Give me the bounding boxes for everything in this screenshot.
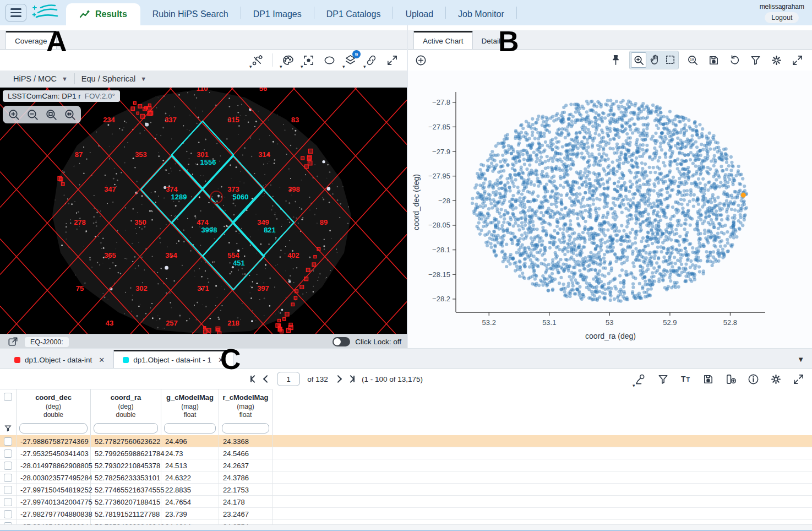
map-zoom-out-icon[interactable]: [25, 107, 40, 122]
tile-label-474: 474: [197, 218, 209, 226]
table-row[interactable]: -27.99740134200477552.7736020718841524.7…: [0, 496, 812, 508]
scatter-chart[interactable]: 53.253.15352.952.8−27.8−27.85−27.9−27.95…: [408, 71, 812, 349]
cell-r_cModelMag: 24.5466: [219, 447, 273, 459]
expand-icon[interactable]: [791, 372, 805, 386]
sky-coverage-map[interactable]: LSSTComCam: DP1 rFOV:2.0° 11056234337315…: [0, 88, 407, 334]
map-zoom-fit-icon[interactable]: [44, 107, 58, 122]
info-icon[interactable]: [746, 372, 760, 386]
row-checkbox[interactable]: [4, 474, 12, 482]
center-focus-icon[interactable]: ▾: [301, 53, 315, 67]
settings-icon[interactable]: [769, 53, 783, 67]
column-unit: (mag): [219, 403, 272, 411]
filter-input-coord_dec[interactable]: [19, 423, 88, 434]
row-checkbox[interactable]: [4, 498, 12, 506]
cell-g_cModelMag: 23.739: [161, 508, 219, 520]
filter-icon[interactable]: [748, 53, 762, 67]
next-page-button[interactable]: [335, 376, 341, 382]
chevron-down-icon: ▾: [301, 64, 303, 69]
nav-link-upload[interactable]: Upload: [393, 3, 445, 25]
nav-link-dp1-catalogs[interactable]: DP1 Catalogs: [314, 3, 393, 25]
row-checkbox[interactable]: [4, 510, 12, 518]
tile-label-110: 110: [197, 88, 208, 93]
expand-icon[interactable]: [790, 53, 804, 67]
map-zoom-fill-icon[interactable]: [63, 107, 77, 122]
restore-icon[interactable]: [727, 53, 742, 67]
chevron-down-icon: ▾: [249, 64, 252, 69]
page-number-input[interactable]: [277, 372, 300, 386]
cell-g_cModelMag: 24.73: [161, 447, 219, 459]
plus-circle-icon[interactable]: [413, 53, 428, 67]
row-checkbox[interactable]: [4, 437, 12, 446]
row-checkbox[interactable]: [4, 462, 12, 470]
tile-label-75: 75: [76, 284, 84, 292]
hips-moc-select[interactable]: HiPS / MOC▼: [7, 74, 74, 83]
palette-icon[interactable]: ▾: [280, 53, 295, 67]
map-layer-label: LSSTComCam: DP1 rFOV:2.0°: [3, 90, 120, 102]
pan-hand-icon[interactable]: [647, 52, 662, 67]
zoom-in-icon[interactable]: [631, 52, 646, 68]
filter-icon[interactable]: [656, 372, 670, 386]
filter-input-r_cModelMag[interactable]: [222, 423, 269, 434]
coverage-options-row: HiPS / MOC▼ Equ / Spherical▼: [0, 71, 407, 88]
row-checkbox[interactable]: [4, 486, 12, 494]
settings-icon[interactable]: [769, 372, 783, 386]
row-checkbox[interactable]: [4, 449, 12, 458]
tab-list-dropdown-icon[interactable]: ▼: [797, 355, 804, 364]
text-options-icon[interactable]: TT: [678, 372, 693, 386]
filter-input-g_cModelMag[interactable]: [164, 423, 216, 434]
zoom-1x-icon[interactable]: 1X: [685, 53, 700, 67]
nav-link-dp1-images[interactable]: DP1 Images: [241, 3, 314, 25]
add-column-icon[interactable]: [723, 372, 738, 386]
pick-tool-icon[interactable]: ▾: [633, 372, 647, 386]
table-row[interactable]: -27.98279770488083852.7819152112778823.7…: [0, 508, 812, 520]
tab-details[interactable]: Details: [473, 32, 513, 49]
horizontal-scrollbar[interactable]: [0, 524, 812, 530]
table-tab-dp1-object-data-int-1[interactable]: dp1.Object - data-int - 1✕: [113, 350, 233, 368]
chart-panel: Active ChartDetailsB 1X 53.253.15352.952…: [408, 25, 812, 349]
filter-input-coord_ra[interactable]: [94, 423, 158, 434]
projection-select[interactable]: Equ / Spherical▼: [75, 74, 153, 83]
table-tab-label: dp1.Object - data-int - 1: [133, 356, 211, 364]
nav-tab-results[interactable]: Results: [66, 3, 140, 25]
table-row[interactable]: -28.01497886290880552.7930221084537824.5…: [0, 459, 812, 472]
layers-icon[interactable]: 9▾: [343, 53, 357, 67]
column-header-coord_ra[interactable]: coord_ra(deg)double: [91, 389, 161, 421]
save-icon[interactable]: [701, 372, 715, 386]
click-lock-toggle[interactable]: [333, 337, 350, 346]
cell-r_cModelMag: 24.3368: [219, 435, 273, 447]
column-header-coord_dec[interactable]: coord_dec(deg)double: [17, 389, 91, 421]
column-name: r_cModelMag: [219, 393, 272, 403]
close-icon[interactable]: ✕: [218, 356, 224, 364]
table-row[interactable]: -27.99715045481925252.77465521637455522.…: [0, 484, 812, 496]
tools-icon[interactable]: ▾: [250, 53, 264, 67]
hamburger-menu-button[interactable]: [6, 4, 26, 21]
nav-link-job-monitor[interactable]: Job Monitor: [446, 3, 516, 25]
logout-button[interactable]: Logout: [765, 12, 799, 23]
table-row[interactable]: -27.9886758727436952.7782756062362224.49…: [0, 435, 812, 447]
tab-active-chart[interactable]: Active Chart: [413, 31, 473, 49]
unlink-icon[interactable]: ▾: [364, 53, 378, 67]
nav-link-rubin-hips-search[interactable]: Rubin HiPS Search: [140, 3, 241, 25]
box-select-icon[interactable]: [663, 52, 677, 67]
prev-page-button[interactable]: [264, 376, 270, 382]
tab-coverage[interactable]: Coverage: [6, 31, 57, 49]
pin-icon[interactable]: [608, 53, 623, 67]
table-row[interactable]: -27.9532545034140352.79926598862178424.7…: [0, 447, 812, 459]
save-icon[interactable]: [706, 53, 721, 67]
external-link-icon[interactable]: [6, 335, 20, 349]
external-link-icon[interactable]: [6, 335, 20, 349]
close-icon[interactable]: ✕: [99, 356, 105, 364]
last-page-button[interactable]: [348, 376, 355, 382]
ellipse-select-icon[interactable]: [322, 53, 336, 67]
table-tab-dp1-object-data-int[interactable]: dp1.Object - data-int✕: [6, 351, 113, 368]
map-zoom-in-icon[interactable]: [7, 107, 21, 122]
column-header-g_cModelMag[interactable]: g_cModelMag(mag)float: [161, 389, 219, 421]
click-lock-label: Click Lock: off: [355, 338, 401, 346]
expand-icon[interactable]: [385, 53, 399, 67]
table-row[interactable]: -28.00302357749528452.7825623335310124.6…: [0, 472, 812, 484]
first-page-button[interactable]: [250, 376, 257, 382]
select-all-checkbox[interactable]: [4, 393, 12, 401]
svg-text:53.2: 53.2: [482, 318, 496, 327]
column-header-r_cModelMag[interactable]: r_cModelMag(mag)float: [219, 389, 273, 421]
username: melissagraham: [760, 3, 804, 10]
